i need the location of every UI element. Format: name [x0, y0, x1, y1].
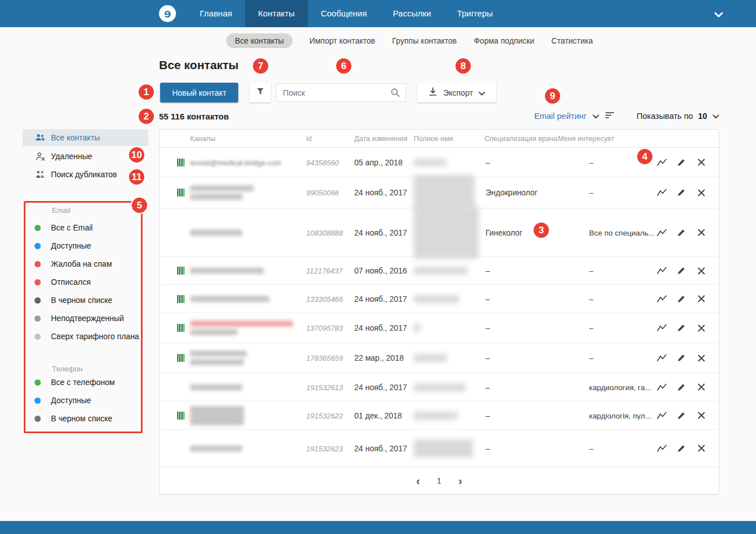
filter-unconfirmed[interactable]: Неподтвержденный — [23, 312, 141, 324]
filter-unsubscribed[interactable]: Отписался — [23, 276, 141, 288]
activity-icon[interactable] — [655, 293, 668, 305]
change-date: 07 нояб., 2016 — [354, 266, 407, 275]
funnel-icon — [255, 87, 265, 99]
search-icon[interactable] — [390, 88, 400, 97]
edit-pencil-icon[interactable] — [675, 264, 688, 277]
edit-pencil-icon[interactable] — [675, 156, 688, 169]
filter-button[interactable] — [250, 83, 271, 102]
contact-id: 137095783 — [306, 324, 343, 332]
edit-pencil-icon[interactable] — [675, 409, 688, 422]
change-date: 01 дек., 2018 — [354, 411, 402, 420]
activity-icon[interactable] — [655, 156, 668, 169]
filter-email-available[interactable]: Доступные — [23, 240, 141, 252]
nav-item-main[interactable]: Главная — [187, 0, 245, 27]
sidebar-item-all-contacts[interactable]: Все контакты — [23, 129, 148, 146]
table-row[interactable]: 191532623 24 нояб., 2017 – – — [160, 430, 719, 467]
status-dot-icon — [35, 416, 41, 422]
delete-x-icon[interactable] — [695, 227, 707, 239]
table-row[interactable]: 99050066 24 нояб., 2017 Эндокринолог – — [160, 177, 719, 208]
nav-item-messages[interactable]: Сообщения — [308, 0, 380, 27]
activity-icon[interactable] — [655, 409, 668, 422]
delete-x-icon[interactable] — [695, 186, 707, 199]
filter-over-plan[interactable]: Сверх тарифного плана — [23, 330, 141, 343]
table-row[interactable]: 108308888 24 нояб., 2017 Гинеколог Все п… — [160, 208, 719, 257]
delete-x-icon[interactable] — [695, 322, 707, 334]
sort-order-icon[interactable] — [605, 111, 615, 121]
activity-icon[interactable] — [655, 381, 668, 394]
activity-icon[interactable] — [655, 186, 668, 199]
filter-phone-blacklist[interactable]: В черном списке — [23, 412, 141, 425]
delete-x-icon[interactable] — [695, 409, 707, 422]
blurred-email — [190, 185, 254, 191]
account-chevron-down-icon[interactable] — [714, 10, 723, 20]
tab-statistics[interactable]: Статистика — [551, 33, 593, 48]
filter-email-blacklist[interactable]: В черном списке — [23, 294, 141, 306]
edit-pencil-icon[interactable] — [675, 186, 688, 199]
edit-pencil-icon[interactable] — [675, 442, 688, 455]
sort-field-label[interactable]: Email рейтинг — [534, 112, 587, 121]
sidebar-item-label: Поиск дубликатов — [51, 170, 117, 179]
sort-control[interactable]: Email рейтинг — [534, 111, 615, 121]
tab-subscription-form[interactable]: Форма подписки — [474, 33, 534, 48]
activity-icon[interactable] — [655, 264, 668, 277]
filter-all-with-email[interactable]: Все с Email — [23, 221, 141, 234]
activity-icon[interactable] — [655, 322, 668, 334]
export-button[interactable]: Экспорт — [417, 83, 496, 102]
blurred-name — [414, 439, 473, 458]
sidebar-item-duplicates[interactable]: Поиск дубликатов — [23, 166, 148, 183]
status-dot-icon — [35, 315, 41, 322]
nav-item-contacts[interactable]: Контакты — [245, 0, 308, 27]
delete-x-icon[interactable] — [695, 264, 707, 277]
per-page-value[interactable]: 10 — [698, 112, 707, 121]
table-row[interactable]: 178365659 22 мар., 2018 – – — [160, 343, 719, 373]
col-header-date: Дата изменения — [354, 130, 407, 148]
delete-x-icon[interactable] — [695, 156, 707, 169]
edit-pencil-icon[interactable] — [675, 293, 688, 305]
edit-pencil-icon[interactable] — [675, 381, 688, 394]
status-dot-icon — [35, 334, 41, 340]
status-dot-icon — [35, 243, 41, 249]
tab-all-contacts[interactable]: Все контакты — [226, 33, 293, 48]
delete-x-icon[interactable] — [695, 293, 707, 305]
next-page-icon[interactable]: › — [458, 475, 462, 486]
esputnik-logo[interactable]: e — [159, 5, 176, 22]
tab-contact-groups[interactable]: Группы контактов — [392, 33, 457, 48]
blurred-email — [190, 406, 244, 425]
table-row[interactable]: 191532622 01 дек., 2018 – кардіологія, п… — [160, 401, 719, 430]
delete-x-icon[interactable] — [695, 442, 707, 455]
status-dot-icon — [35, 297, 41, 304]
delete-x-icon[interactable] — [695, 352, 707, 364]
table-row[interactable]: 191532613 24 нояб., 2017 – кардиология, … — [160, 373, 719, 401]
per-page-control[interactable]: Показывать по 10 — [637, 111, 719, 121]
activity-icon[interactable] — [655, 227, 668, 239]
table-row[interactable]: 112176437 07 нояб., 2016 – – — [160, 257, 719, 285]
activity-icon[interactable] — [655, 442, 668, 455]
table-row[interactable]: 137095783 24 нояб., 2017 – – — [160, 313, 719, 343]
change-date: 24 нояб., 2017 — [354, 444, 407, 453]
sidebar-item-deleted[interactable]: Удаленные — [23, 148, 148, 165]
callout-1: 1 — [138, 83, 155, 101]
edit-pencil-icon[interactable] — [675, 352, 688, 364]
search-input[interactable] — [276, 88, 390, 97]
prev-page-icon[interactable]: ‹ — [416, 475, 420, 486]
delete-x-icon[interactable] — [695, 381, 707, 394]
table-row[interactable]: leonid@medical-bridge.com 94358560 05 ап… — [160, 148, 719, 177]
contacts-count: 55 116 контактов — [159, 112, 229, 121]
new-contact-button[interactable]: Новый контакт — [160, 83, 238, 102]
contact-id: 191532623 — [306, 444, 343, 452]
nav-item-campaigns[interactable]: Рассылки — [380, 0, 444, 27]
table-row[interactable]: 133305466 24 нояб., 2017 – – — [160, 285, 719, 313]
sort-chevron-down-icon[interactable] — [592, 111, 599, 121]
filter-spam-complaint[interactable]: Жалоба на спам — [23, 258, 141, 270]
current-page[interactable]: 1 — [437, 476, 441, 485]
nav-item-triggers[interactable]: Триггеры — [444, 0, 506, 27]
filter-phone-available[interactable]: Доступные — [23, 394, 141, 407]
edit-pencil-icon[interactable] — [675, 322, 688, 334]
edit-pencil-icon[interactable] — [675, 227, 688, 239]
activity-icon[interactable] — [655, 352, 668, 364]
per-page-chevron-down-icon[interactable] — [712, 111, 719, 121]
change-date: 24 нояб., 2017 — [354, 323, 407, 332]
contacts-table: Каналы id Дата изменения Полное имя Спец… — [159, 129, 719, 494]
tab-import-contacts[interactable]: Импорт контактов — [310, 33, 375, 48]
filter-all-with-phone[interactable]: Все с телефоном — [23, 376, 141, 388]
